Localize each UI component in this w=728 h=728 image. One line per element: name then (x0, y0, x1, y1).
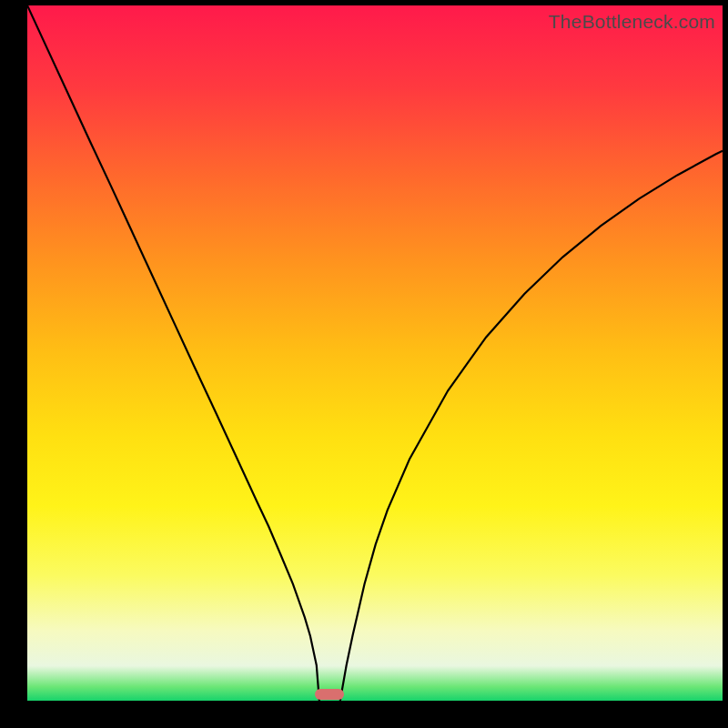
chart-container: TheBottleneck.com (0, 0, 728, 728)
bottleneck-marker (315, 689, 344, 700)
plot-area: TheBottleneck.com (27, 5, 723, 701)
curve-layer (27, 5, 723, 701)
curve-right (340, 151, 723, 701)
curve-left (27, 5, 319, 701)
